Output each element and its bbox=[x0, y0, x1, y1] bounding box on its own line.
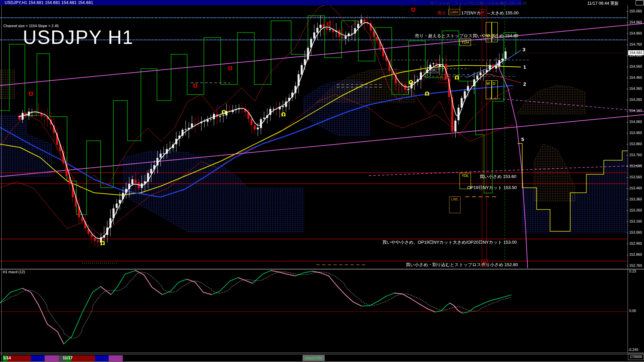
titlebar-trade-note: 売り小さめ→ストップロス買い小さめ優先 155.10-20 bbox=[430, 1, 527, 6]
session-d-label-lower: D bbox=[493, 81, 495, 85]
label-box-m-bottom: M bbox=[482, 259, 488, 266]
annotation-152-80: 買い小さめ・割り込むとストップロス売り小さめ 152.80 bbox=[406, 262, 518, 268]
price-tick-label: 154.060 bbox=[629, 120, 642, 124]
svg-text:Ω: Ω bbox=[409, 79, 413, 85]
timeline-segment bbox=[31, 355, 45, 361]
svg-text:Ω: Ω bbox=[326, 21, 331, 27]
svg-text:Ω: Ω bbox=[454, 74, 459, 81]
last-updated-timestamp: 11/17 06:44 更新 bbox=[587, 1, 619, 6]
session-w-label-lower: W bbox=[486, 81, 490, 85]
price-tick-label: 153.960 bbox=[629, 131, 642, 135]
price-tick-label: 154.560 bbox=[629, 64, 642, 68]
pane-separator-bottom-2 bbox=[0, 354, 644, 354]
corner-button[interactable] bbox=[636, 0, 644, 5]
session-box-d-upper bbox=[492, 22, 498, 42]
price-tick-label: 152.960 bbox=[629, 241, 642, 245]
window-bottom-edge bbox=[0, 361, 644, 362]
label-box-m-top: M bbox=[479, 9, 485, 15]
label-box-lwh: LWH bbox=[448, 9, 460, 15]
svg-text:Ω: Ω bbox=[228, 65, 232, 71]
price-tick-label: 153.160 bbox=[629, 219, 642, 223]
timeline-segment bbox=[71, 355, 95, 361]
timeline-segment bbox=[109, 355, 123, 361]
timeline-segment bbox=[95, 355, 109, 361]
label-box-ydl: YDL bbox=[460, 173, 471, 189]
price-tick-label: 154.260 bbox=[629, 98, 642, 102]
timeline-segment bbox=[7, 355, 31, 361]
price-tick-label: 154.160 bbox=[629, 109, 642, 113]
price-tick-label: 153.260 bbox=[629, 208, 642, 212]
annotation-153-00: 買いやや小さめ、OP19日NYカット大きめ/OP20日NYカット 153.00 bbox=[382, 239, 517, 245]
label-box-lmh: LMH bbox=[438, 75, 450, 83]
annotation-153-60: 買い小さめ 153.60 bbox=[480, 174, 516, 180]
chart-watermark: USDJPY H1 bbox=[23, 26, 134, 48]
axis-border bbox=[628, 5, 628, 353]
price-tick-label: 154.760 bbox=[629, 42, 642, 46]
macd-scale-bottom: -0.245 bbox=[628, 348, 638, 352]
price-tick-label: 154.960 bbox=[629, 20, 642, 24]
session-box-w-upper bbox=[486, 22, 492, 42]
price-tick-label: 154.360 bbox=[629, 86, 642, 90]
price-tick-label: 154.460 bbox=[629, 75, 642, 79]
label-box-lwl: LWL bbox=[449, 196, 461, 213]
session-d-label-upper: D bbox=[493, 34, 495, 38]
timeline-date-1: 1/14 bbox=[3, 356, 11, 360]
macd-on-button[interactable]: macd ON bbox=[303, 355, 325, 361]
label-box-ydh: YDH bbox=[460, 39, 471, 46]
annotation-154-80: 売り・超えるとストップロス買いやや小さめ 154.80 bbox=[415, 33, 518, 39]
pane-left-border bbox=[1, 5, 2, 361]
symbol-info: USDJPY,H1 154.681 154.681 154.681 154.68… bbox=[5, 0, 93, 5]
timeline-date-2: 11/17 bbox=[63, 356, 72, 360]
price-tick-label: 152.860 bbox=[629, 252, 642, 256]
svg-text:Ω: Ω bbox=[425, 90, 429, 97]
volume-box: 170000 bbox=[628, 354, 644, 360]
timeline-segment bbox=[45, 355, 59, 361]
svg-text:Ω: Ω bbox=[193, 82, 198, 89]
svg-text:Ω: Ω bbox=[29, 90, 33, 97]
projection-number-2: 2 bbox=[523, 81, 526, 87]
projection-number-1: 1 bbox=[523, 64, 526, 70]
annotation-153-50: OP19日NYカット 153.50 bbox=[467, 185, 517, 191]
svg-text:Ω: Ω bbox=[281, 111, 286, 118]
price-tick-label: 153.760 bbox=[629, 153, 642, 157]
projection-number-3: 3 bbox=[523, 47, 525, 52]
annotation-155-suffix: ～大きめ 155.00 bbox=[486, 10, 519, 16]
chart-canvas: ΩΩΩΩΩΩΩΩΩΩΩ bbox=[0, 0, 644, 362]
price-tick-label: 153.460 bbox=[629, 186, 642, 190]
current-price-box: 154.681 bbox=[628, 50, 644, 55]
price-tick-label: 154.860 bbox=[629, 31, 642, 35]
pane-separator-macd[interactable] bbox=[0, 269, 644, 269]
price-tick-label: 153.660 bbox=[629, 164, 642, 168]
price-tick-label: 153.860 bbox=[629, 142, 642, 146]
macd-indicator-label: H1 macd (12) bbox=[3, 270, 25, 274]
price-tick-label: 153.060 bbox=[629, 230, 642, 234]
session-w-label-upper: W bbox=[486, 34, 490, 38]
channel-info-label: Channel size = 1154 Slope = 2.45 bbox=[3, 24, 59, 28]
svg-text:Ω: Ω bbox=[221, 109, 226, 115]
label-box-ydc: YDC bbox=[427, 67, 438, 73]
sell-label: 売り bbox=[437, 10, 446, 16]
macd-scale-zero: 0.00 bbox=[629, 309, 636, 313]
annotation-155-mid: 17日NYカ bbox=[461, 10, 481, 16]
projection-number-5: 5 bbox=[521, 136, 524, 142]
trading-app-window: ΩΩΩΩΩΩΩΩΩΩΩ USDJPY,H1 154.681 154.681 15… bbox=[0, 0, 644, 362]
macd-scale-top: 0.23 bbox=[629, 269, 636, 273]
pane-separator-bottom-1 bbox=[0, 353, 644, 353]
svg-text:Ω: Ω bbox=[411, 6, 416, 13]
price-tick-label: 153.560 bbox=[629, 175, 642, 179]
svg-text:Ω: Ω bbox=[100, 240, 105, 246]
price-tick-label: 155.060 bbox=[629, 9, 642, 13]
price-tick-label: 152.760 bbox=[629, 263, 642, 267]
price-tick-label: 153.360 bbox=[629, 197, 642, 201]
